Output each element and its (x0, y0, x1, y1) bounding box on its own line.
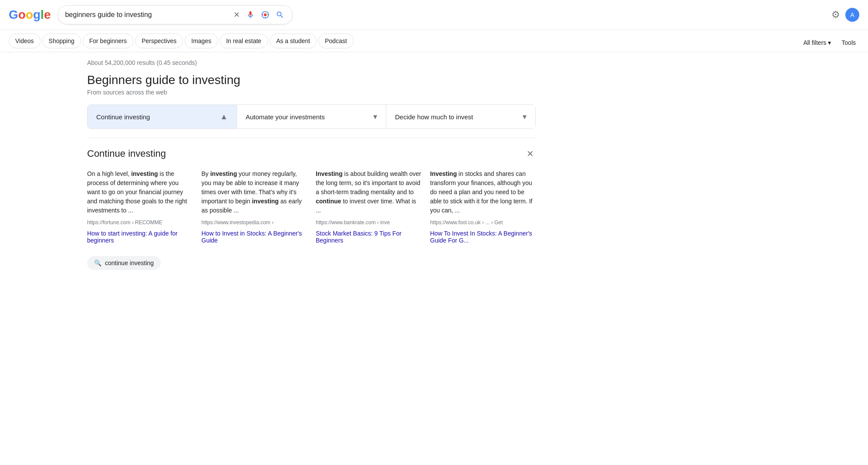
filter-tab-perspectives[interactable]: Perspectives (135, 34, 183, 48)
result-card-3: Investing is about building wealth over … (316, 169, 422, 244)
search-bar: beginners guide to investing ✕ (57, 5, 293, 24)
suggestion-label: continue investing (105, 259, 154, 266)
result-card-4: Investing in stocks and shares can trans… (430, 169, 536, 244)
tools-button[interactable]: Tools (838, 37, 859, 48)
accordion-item-automate[interactable]: Automate your investments ▾ (237, 105, 386, 128)
divider (87, 138, 536, 138)
section-header: Continue investing ✕ (87, 147, 536, 161)
close-section-button[interactable]: ✕ (525, 147, 536, 161)
card-url-4: https://www.fool.co.uk › ... › Get (430, 219, 536, 226)
microphone-icon (246, 10, 255, 19)
result-card-2: By investing your money regularly, you m… (202, 169, 307, 244)
voice-search-button[interactable] (245, 10, 256, 20)
card-url-3: https://www.bankrate.com › inve (316, 219, 422, 226)
section-title: Continue investing (87, 148, 166, 159)
search-magnifier-icon (276, 10, 284, 19)
card-text-3: Investing is about building wealth over … (316, 169, 422, 215)
filter-tab-for-beginners[interactable]: For beginners (83, 34, 133, 48)
accordion-item-label: Automate your investments (246, 113, 325, 121)
card-url-1: https://fortune.com › RECOMME (87, 219, 193, 226)
filter-tab-videos[interactable]: Videos (9, 34, 41, 48)
google-lens-icon (261, 10, 270, 19)
result-card-1: On a high level, investing is the proces… (87, 169, 193, 244)
filter-tab-podcast[interactable]: Podcast (318, 34, 354, 48)
chevron-down-icon: ▾ (373, 112, 377, 121)
accordion-item-decide[interactable]: Decide how much to invest ▾ (386, 105, 535, 128)
accordion-row: Continue investing ▲ Automate your inves… (87, 104, 536, 129)
settings-icon[interactable]: ⚙ (831, 9, 840, 20)
search-suggestion-pill[interactable]: 🔍 continue investing (87, 256, 161, 270)
avatar[interactable]: A (845, 8, 859, 22)
clear-search-button[interactable]: ✕ (233, 9, 241, 20)
search-button[interactable] (275, 10, 285, 20)
chevron-down-icon: ▾ (828, 39, 831, 46)
card-text-2: By investing your money regularly, you m… (202, 169, 307, 215)
results-count: About 54,200,000 results (0.45 seconds) (87, 59, 536, 66)
card-text-4: Investing in stocks and shares can trans… (430, 169, 536, 215)
filter-right: All filters ▾ Tools (800, 37, 859, 48)
main-content: About 54,200,000 results (0.45 seconds) … (0, 52, 610, 279)
search-input[interactable]: beginners guide to investing (65, 11, 228, 19)
filter-tab-as-a-student[interactable]: As a student (270, 34, 317, 48)
card-link-4[interactable]: How To Invest In Stocks: A Beginner's Gu… (430, 230, 536, 244)
header-right: ⚙ A (831, 8, 859, 22)
svg-point-1 (264, 13, 267, 17)
lens-search-button[interactable] (260, 10, 270, 20)
card-url-2: https://www.investopedia.com › (202, 219, 307, 226)
card-text-1: On a high level, investing is the proces… (87, 169, 193, 215)
filter-row: Videos Shopping For beginners Perspectiv… (0, 30, 868, 52)
suggestion-search-icon: 🔍 (94, 259, 101, 266)
card-link-2[interactable]: How to Invest in Stocks: A Beginner's Gu… (202, 230, 307, 244)
accordion-item-label: Decide how much to invest (395, 113, 473, 121)
card-link-1[interactable]: How to start investing: A guide for begi… (87, 230, 193, 244)
chevron-down-icon: ▾ (523, 112, 527, 121)
filter-tab-images[interactable]: Images (185, 34, 218, 48)
all-filters-button[interactable]: All filters ▾ (800, 37, 834, 48)
filter-tab-shopping[interactable]: Shopping (42, 34, 81, 48)
card-link-3[interactable]: Stock Market Basics: 9 Tips For Beginner… (316, 230, 422, 244)
accordion-item-continue-investing[interactable]: Continue investing ▲ (88, 105, 237, 128)
chevron-up-icon: ▲ (220, 112, 228, 121)
filter-tab-in-real-estate[interactable]: In real estate (220, 34, 268, 48)
cards-grid: On a high level, investing is the proces… (87, 169, 536, 244)
page-title: Beginners guide to investing (87, 73, 536, 87)
accordion-item-label: Continue investing (96, 113, 150, 121)
results-subtitle: From sources across the web (87, 89, 536, 96)
search-bar-icons: ✕ (233, 9, 285, 20)
header: Google beginners guide to investing ✕ (0, 0, 868, 30)
google-logo[interactable]: Google (9, 8, 51, 22)
